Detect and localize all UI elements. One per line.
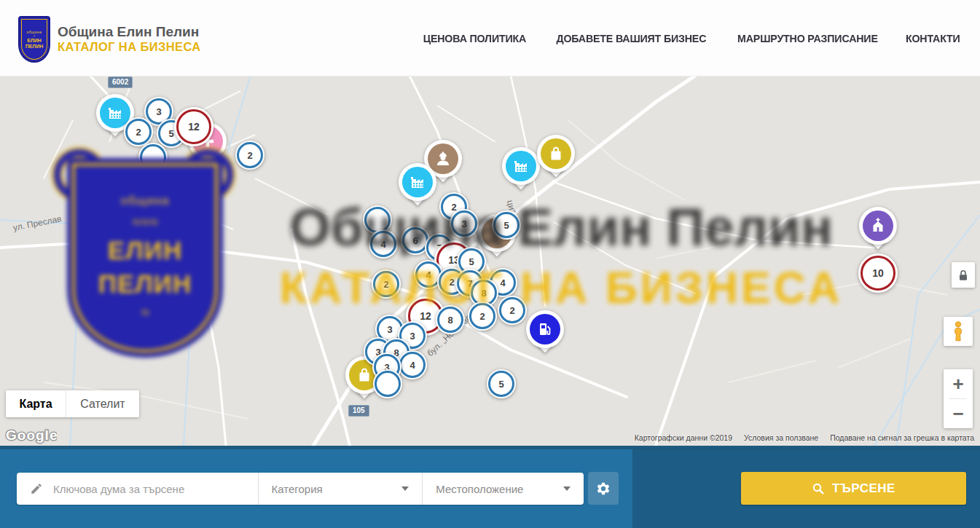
lock-button[interactable] (952, 262, 975, 288)
cluster-count: 4 (399, 352, 426, 378)
crest-name-line2: ПЕЛИН (26, 44, 44, 50)
category-select[interactable]: Категория (259, 483, 423, 495)
factory-icon (512, 157, 530, 175)
map-attribution: Картографски данни ©2019 Условия за полз… (635, 433, 974, 442)
cluster-count (140, 144, 166, 170)
cluster-count: 12 (176, 109, 211, 144)
location-select-value: Местоположение (436, 483, 523, 495)
cluster-marker[interactable] (138, 143, 168, 172)
cluster-marker[interactable]: 2 (124, 117, 153, 146)
attribution-terms-link[interactable]: Условия за ползване (744, 433, 818, 442)
lock-icon (956, 268, 971, 283)
cluster-count: 3 (451, 210, 477, 237)
keyword-search-input[interactable] (53, 483, 258, 495)
factory-icon (106, 104, 124, 122)
cluster-count: 2 (499, 297, 525, 323)
cluster-count (375, 371, 401, 397)
cluster-marker[interactable]: 5 (487, 369, 516, 398)
cluster-count: 5 (493, 212, 520, 238)
chevron-down-icon (563, 486, 571, 491)
category-select-value: Категория (272, 483, 323, 495)
chevron-down-icon (401, 486, 409, 491)
search-button-label: ТЪРСЕНЕ (832, 481, 895, 496)
site-title: Община Елин Пелин (58, 25, 201, 39)
svg-text:Google: Google (6, 427, 57, 443)
brand[interactable]: община ~ ЕЛИН ПЕЛИН Община Елин Пелин КА… (18, 16, 201, 63)
nav-item-contacts[interactable]: КОНТАКТИ (906, 32, 960, 44)
cluster-marker[interactable]: 2 (468, 302, 497, 331)
advanced-settings-button[interactable] (588, 472, 619, 505)
nav-item-add-business[interactable]: ДОБАВЕТЕ ВАШИЯТ БИЗНЕС (556, 32, 706, 44)
google-logo[interactable]: Google (4, 425, 57, 444)
cluster-marker[interactable]: 2 (235, 141, 264, 170)
attribution-data: Картографски данни ©2019 (635, 433, 732, 442)
category-pin-church[interactable] (859, 207, 897, 255)
cluster-count: 4 (370, 231, 396, 257)
site-subtitle: КАТАЛОГ НА БИЗНЕСА (58, 39, 201, 54)
cluster-marker[interactable]: 5 (492, 210, 521, 240)
road-number-badge: 6002 (108, 76, 133, 88)
header: община ~ ЕЛИН ПЕЛИН Община Елин Пелин КА… (0, 0, 980, 76)
map-type-control: Карта Сателит (6, 390, 139, 417)
cluster-marker[interactable]: 4 (398, 350, 427, 379)
crest-name-line1: ЕЛИН (27, 38, 42, 44)
main-nav: ЦЕНОВА ПОЛИТИКА ДОБАВЕТЕ ВАШИЯТ БИЗНЕС М… (420, 0, 962, 76)
nav-item-route-schedule[interactable]: МАРШРУТНО РАЗПИСАНИЕ (737, 32, 878, 44)
fuel-pump-icon (536, 320, 554, 338)
shopping-bag-icon (547, 145, 565, 162)
search-bar: Категория Местоположение ТЪРСЕНЕ (0, 446, 980, 528)
cluster-count: 8 (437, 307, 463, 333)
pencil-icon (30, 482, 43, 495)
cluster-marker[interactable]: 2 (498, 296, 527, 325)
category-pin-fuel[interactable] (526, 310, 564, 358)
church-icon (869, 217, 887, 235)
cluster-marker[interactable]: 2 (372, 269, 401, 299)
location-select[interactable]: Местоположение (423, 483, 584, 495)
zoom-in-button[interactable]: + (944, 369, 973, 398)
cluster-count: 2 (237, 142, 263, 168)
pegman-button[interactable] (944, 317, 973, 346)
cluster-count: 10 (861, 256, 895, 291)
category-pin-shopping-bag[interactable] (537, 135, 575, 183)
municipality-crest-logo: община ~ ЕЛИН ПЕЛИН (18, 16, 50, 63)
cluster-marker[interactable]: 3 (450, 209, 479, 238)
road-number-badge: 105 (348, 405, 369, 417)
search-icon (812, 482, 825, 495)
gear-icon (595, 481, 611, 497)
map-type-map-button[interactable]: Карта (6, 390, 66, 417)
category-pin-factory[interactable] (502, 147, 540, 195)
shopping-bag-icon (356, 366, 373, 384)
worker-icon (434, 150, 452, 168)
cluster-marker[interactable]: 8 (436, 305, 465, 334)
cluster-count: 2 (469, 303, 495, 329)
attribution-report-link[interactable]: Подаване на сигнал за грешка в картата (830, 433, 974, 442)
cluster-marker[interactable]: 12 (174, 107, 213, 146)
category-pin-factory[interactable] (399, 163, 436, 211)
cluster-marker[interactable]: 10 (858, 253, 898, 293)
search-fields: Категория Местоположение (17, 473, 584, 505)
cluster-marker[interactable]: 4 (369, 229, 398, 259)
factory-icon (409, 173, 426, 191)
search-button[interactable]: ТЪРСЕНЕ (741, 472, 966, 505)
pegman-icon (949, 320, 968, 342)
map-canvas[interactable]: ул. Преславбул. „Новоселци" 6002105 (0, 76, 980, 446)
cluster-marker[interactable] (373, 369, 402, 398)
zoom-control: + − (944, 369, 973, 428)
zoom-out-button[interactable]: − (944, 399, 973, 428)
nav-item-pricing[interactable]: ЦЕНОВА ПОЛИТИКА (423, 32, 526, 44)
map-type-satellite-button[interactable]: Сателит (66, 390, 139, 417)
cluster-count: 2 (373, 271, 399, 297)
cluster-count: 2 (125, 119, 152, 145)
cluster-count: 5 (488, 371, 514, 397)
